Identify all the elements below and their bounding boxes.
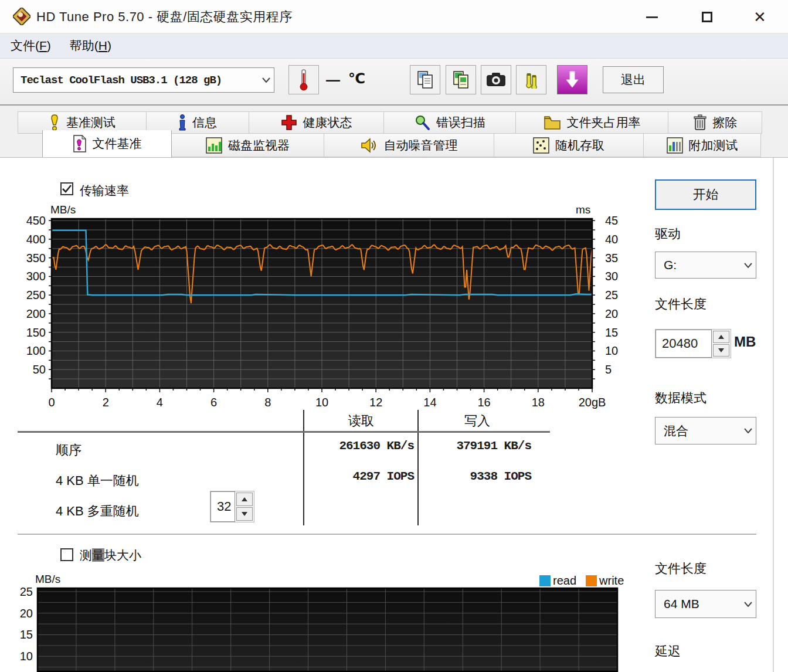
drive-dropdown[interactable]: G: [655, 252, 756, 279]
main-chart-y-unit: MB/s [50, 203, 76, 216]
download-button[interactable] [557, 65, 587, 94]
main-chart-x-axis-labels: 02468101214161820gB [47, 396, 633, 412]
app-icon [13, 8, 30, 25]
exit-button[interactable]: 退出 [603, 66, 664, 93]
audio-button[interactable] [516, 65, 546, 94]
transfer-rate-checkbox[interactable] [60, 182, 73, 195]
arrow-down-icon [242, 512, 247, 516]
sequential-row-label: 顺序 [56, 442, 81, 459]
minimize-icon [646, 16, 658, 18]
read-legend-label: read [553, 574, 576, 588]
tab-strip: 基准测试 信息 健康状态 错误扫描 文件夹占用率 擦除 文件基准 [0, 106, 788, 157]
chart-legend: read write [539, 574, 631, 588]
transfer-rate-chart [47, 218, 602, 395]
transfer-rate-label: 传输速率 [80, 182, 129, 199]
file-length-value[interactable]: 20480 [655, 330, 712, 358]
drive-dropdown-value: G: [655, 258, 741, 272]
queue-depth-spinner[interactable]: 32 [210, 491, 254, 522]
table-divider [303, 410, 304, 525]
chevron-down-icon [741, 602, 756, 607]
read-column-header: 读取 [311, 412, 412, 430]
erase-icon [693, 114, 707, 131]
file-length-unit: MB [734, 334, 756, 350]
start-button[interactable]: 开始 [655, 179, 756, 210]
queue-depth-value[interactable]: 32 [210, 491, 235, 522]
audio-icon [522, 71, 540, 89]
block-size-checkbox[interactable] [60, 548, 73, 561]
read-legend-swatch [539, 575, 551, 586]
data-mode-dropdown[interactable]: 混合 [655, 417, 756, 444]
data-mode-value: 混合 [655, 423, 741, 439]
file-benchmark-icon [73, 135, 87, 152]
tab-file-benchmark[interactable]: 文件基准 [42, 130, 172, 157]
tab-folder-usage[interactable]: 文件夹占用率 [516, 111, 668, 134]
camera-icon [486, 72, 506, 87]
arrow-up-icon [718, 335, 724, 339]
table-header-rule [18, 431, 550, 433]
sequential-read-value: 261630 KB/s [305, 439, 414, 453]
block-size-label: 测量块大小 [80, 547, 141, 564]
info-icon [178, 114, 186, 131]
random-single-row-label: 4 KB 单一随机 [56, 472, 139, 490]
tab-aam[interactable]: 自动噪音管理 [324, 134, 494, 157]
write-legend-label: write [599, 574, 624, 588]
minimize-button[interactable] [634, 7, 670, 27]
write-legend-swatch [586, 575, 597, 586]
main-chart-y-axis-labels: 45040035030025020015010050 [15, 218, 46, 395]
random-single-write-value: 9338 IOPS [420, 470, 531, 483]
close-button[interactable]: ✕ [742, 7, 777, 27]
block-size-chart [36, 587, 619, 672]
menu-file[interactable]: 文件(F) [2, 38, 59, 54]
spin-down-button[interactable] [713, 344, 729, 357]
menu-help[interactable]: 帮助(H) [62, 38, 120, 54]
sequential-write-value: 379191 KB/s [420, 439, 531, 453]
tab-health[interactable]: 健康状态 [249, 111, 384, 134]
screenshot-button[interactable] [481, 65, 511, 94]
tab-extra-tests[interactable]: 附加测试 [644, 134, 761, 157]
latency-label: 延迟 [655, 643, 681, 660]
window-title: HD Tune Pro 5.70 - 硬盘/固态硬盘实用程序 [36, 8, 293, 26]
bottom-chart-y-unit: MB/s [35, 573, 60, 586]
data-mode-label: 数据模式 [655, 389, 707, 407]
chevron-down-icon [259, 77, 274, 83]
spin-down-button[interactable] [236, 507, 253, 521]
drive-selector-value: Teclast CoolFlash USB3.1 (128 gB) [13, 74, 259, 87]
temperature-unit: ℃ [348, 70, 365, 87]
copy-text-button[interactable] [410, 65, 440, 94]
benchmark-icon [49, 114, 60, 131]
random-single-read-value: 4297 IOPS [305, 470, 414, 483]
copy-text-icon [416, 70, 434, 89]
bottom-file-length-dropdown[interactable]: 64 MB [655, 590, 756, 618]
extra-tests-icon [667, 137, 683, 154]
bottom-file-length-value: 64 MB [655, 597, 741, 611]
tab-erase[interactable]: 擦除 [668, 111, 762, 134]
spin-up-button[interactable] [236, 493, 253, 506]
bottom-chart-y-axis-labels: 25201510 [9, 587, 33, 672]
drive-label: 驱动 [655, 225, 681, 243]
maximize-button[interactable] [690, 7, 725, 27]
maximize-icon [702, 12, 712, 22]
main-chart-y2-unit: ms [576, 203, 590, 216]
write-column-header: 写入 [423, 412, 531, 430]
arrow-up-icon [242, 497, 247, 501]
error-scan-icon [414, 114, 430, 131]
thermometer-icon [298, 69, 310, 91]
folder-usage-icon [544, 115, 561, 130]
copy-image-button[interactable] [446, 65, 476, 94]
tab-error-scan[interactable]: 错误扫描 [384, 111, 516, 134]
arrow-down-icon [718, 348, 724, 352]
toolbar: Teclast CoolFlash USB3.1 (128 gB) — ℃ [0, 59, 788, 106]
table-divider [417, 410, 419, 525]
tab-disk-monitor[interactable]: 磁盘监视器 [172, 134, 324, 157]
copy-image-icon [452, 70, 470, 89]
title-bar: HD Tune Pro 5.70 - 硬盘/固态硬盘实用程序 ✕ [0, 0, 788, 33]
file-length-spinner[interactable]: 20480 [655, 329, 731, 358]
spin-up-button[interactable] [713, 331, 729, 343]
tab-random-access[interactable]: 随机存取 [494, 134, 644, 157]
drive-selector[interactable]: Teclast CoolFlash USB3.1 (128 gB) [13, 67, 274, 93]
temperature-button[interactable] [288, 65, 319, 94]
chevron-down-icon [741, 263, 756, 268]
bottom-file-length-label: 文件长度 [655, 560, 707, 578]
random-access-icon [533, 137, 549, 154]
section-separator [18, 534, 756, 535]
